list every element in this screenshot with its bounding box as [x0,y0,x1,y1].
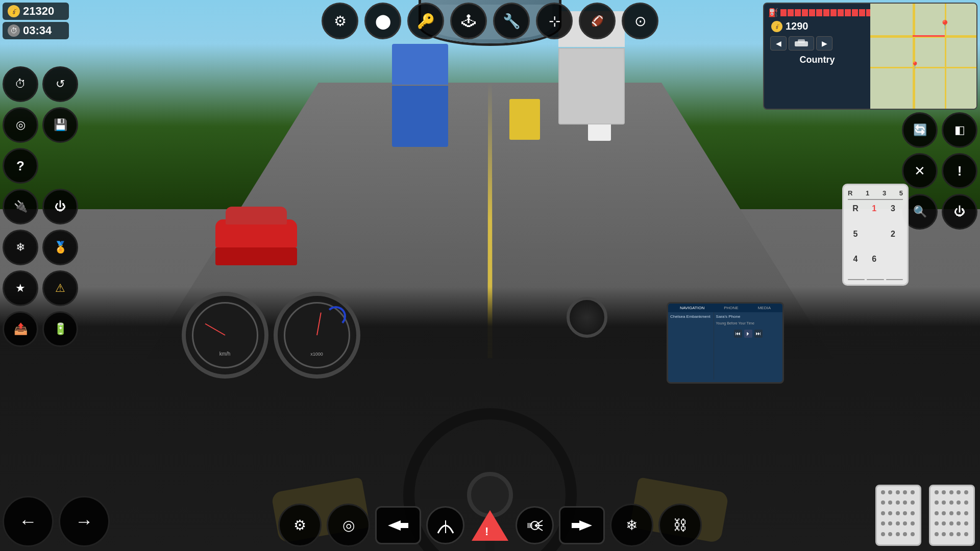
turn-left-btn[interactable]: ← [3,496,54,547]
side-view-btn[interactable]: ◧ [942,112,977,148]
nav-box: ⛽ 💰 1290 ◀ [763,3,977,110]
right-signal-btn[interactable] [559,506,605,544]
right-row-2: ✕ ! [902,153,977,189]
engine-btn[interactable]: ⚙ [278,504,322,547]
key-btn[interactable]: 🔑 [407,3,444,39]
bottom-control-bar: ⚙ ◎ ! ❄ [278,504,702,547]
wheel-btn[interactable]: ◎ [3,107,38,143]
gear-1-label: 1 [866,189,869,197]
fuel-icon: ⛽ [768,8,778,17]
gd14 [957,511,961,515]
gear-header: R 1 3 5 [848,189,903,200]
snow-wheel-btn[interactable]: ❄ [3,230,38,265]
power-btn[interactable]: ⏻ [42,189,78,224]
blue-truck [392,44,448,146]
svg-marker-7 [579,520,592,531]
share-btn[interactable]: 📤 [3,311,38,347]
oval-btn[interactable]: 🏈 [579,3,616,39]
fuel-seg-7 [823,9,829,16]
gd18 [949,521,953,525]
gd2 [942,490,946,494]
nav-left-arrow[interactable]: ◀ [770,36,787,51]
pd18 [896,521,900,525]
turn-right-btn[interactable]: → [59,496,110,547]
hazard-btn[interactable]: ! [470,505,510,546]
settings-btn[interactable]: ⚙ [322,3,358,39]
wiper-btn[interactable] [426,506,464,544]
joystick-btn[interactable]: 🕹 [450,3,487,39]
lights-btn[interactable] [516,506,554,544]
map-route [913,35,944,37]
undo-btn[interactable]: ↺ [42,66,78,102]
ball-btn[interactable]: ⬤ [364,3,401,39]
nav-mode-icon [789,36,814,51]
gd15 [964,511,968,515]
pressure-gauge [567,297,607,338]
tachometer-gauge: x1000 [274,292,360,379]
tool-btn-4[interactable]: 🔧 [493,3,530,39]
chain-btn[interactable]: ⛓ [658,504,702,547]
pedals-area [875,485,975,546]
pd16 [881,521,885,525]
right-panel: 🔄 ◧ ✕ ! 🔍 ⏻ [902,112,977,230]
close-btn[interactable]: ✕ [902,153,938,189]
svg-rect-3 [401,523,408,528]
battery-btn[interactable]: 🔋 [42,311,78,347]
gear-r-label: R [848,189,852,197]
pd10 [911,500,915,505]
media-tab: MEDIA [758,306,771,310]
alert-btn[interactable]: ! [942,153,977,189]
gd17 [942,521,946,525]
save-btn[interactable]: 💾 [42,107,78,143]
stats-bar: 💰 21320 ⏱ 03:34 [3,3,69,39]
left-row-3: ? [3,148,38,184]
pd19 [903,521,907,525]
gd22 [942,532,946,536]
fuel-bar: ⛽ [768,8,866,17]
pd4 [903,490,907,494]
pd14 [903,511,907,515]
left-row-5: ❄ 🏅 [3,230,78,265]
left-signal-btn[interactable] [375,506,421,544]
map-current-pin: 📍 [911,61,919,69]
nav-left-panel: ⛽ 💰 1290 ◀ [764,4,870,109]
help-btn[interactable]: ? [3,148,38,184]
pd3 [896,490,900,494]
wheel-top-btn[interactable]: ⊙ [622,3,658,39]
svg-rect-1 [798,39,805,43]
speedometer-btn[interactable]: ⏱ [3,66,38,102]
gd11 [935,511,939,515]
star-btn[interactable]: ★ [3,270,38,306]
brake-pedal[interactable] [875,485,921,546]
instrument-cluster: km/h x1000 [177,287,371,379]
coin-icon: 💰 [771,21,782,32]
medal-btn[interactable]: 🏅 [42,230,78,265]
fuel-seg-5 [809,9,815,16]
power-right-btn[interactable]: ⏻ [942,194,977,230]
gas-pedal[interactable] [929,485,975,546]
gear-pos-empty [867,227,882,242]
diff-btn[interactable]: ◎ [327,504,370,547]
lights-icon [525,515,545,536]
crosshair-btn[interactable]: ⊹ [536,3,573,39]
pd9 [903,500,907,505]
nav-tab: NAVIGATION [680,306,704,310]
left-row-6: ★ ⚠ [3,270,78,306]
coin-value: 1290 [786,20,808,32]
plugin-btn[interactable]: 🔌 [3,189,38,224]
fan-btn[interactable]: 🔄 [902,112,938,148]
fuel-segments [780,9,872,16]
nav-icon-svg [794,38,809,48]
pd21 [881,532,885,536]
nav-arrows: ◀ ▶ [768,35,866,52]
warning-left-btn[interactable]: ⚠ [42,270,78,306]
gear-lines [848,277,903,280]
pd7 [888,500,892,505]
gear-pos-3: 3 [885,201,900,216]
nav-right-arrow[interactable]: ▶ [816,36,832,51]
money-stat: 💰 21320 [3,3,69,20]
snow-btn[interactable]: ❄ [610,504,653,547]
nav-coin: 💰 1290 [768,19,866,33]
wiper-icon [435,515,456,536]
gear-display: R 1 3 5 R 1 3 5 2 4 6 [842,184,909,286]
